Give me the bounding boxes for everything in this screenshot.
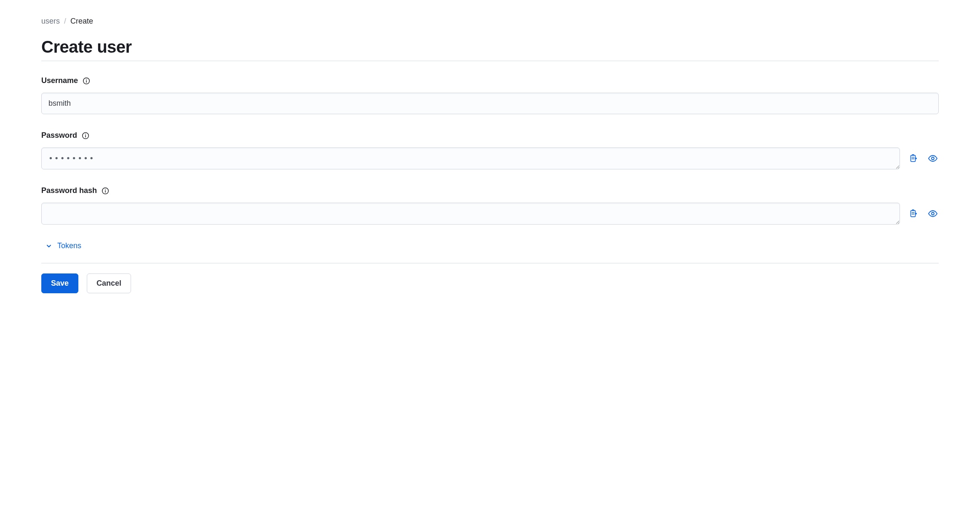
field-username: Username (41, 76, 939, 114)
info-icon[interactable] (101, 187, 110, 195)
breadcrumb-current: Create (70, 17, 93, 26)
eye-icon[interactable] (927, 153, 939, 164)
svg-point-12 (105, 189, 106, 190)
breadcrumb: users / Create (41, 17, 939, 26)
tokens-label: Tokens (57, 241, 81, 250)
password-input[interactable]: •••••••• (41, 147, 900, 169)
password-hash-input[interactable] (41, 203, 900, 225)
breadcrumb-link-users[interactable]: users (41, 17, 60, 26)
field-label-row: Username (41, 76, 939, 85)
field-password: Password •••••••• (41, 131, 939, 169)
field-label-row: Password hash (41, 186, 939, 195)
username-input[interactable] (41, 93, 939, 114)
copy-clipboard-icon[interactable] (908, 153, 919, 164)
page-title: Create user (41, 38, 939, 61)
svg-point-2 (86, 79, 87, 80)
cancel-button[interactable]: Cancel (87, 273, 131, 293)
svg-rect-6 (911, 155, 916, 162)
form-actions: Save Cancel (41, 273, 939, 293)
breadcrumb-separator: / (64, 17, 66, 26)
eye-icon[interactable] (927, 208, 939, 220)
svg-rect-13 (911, 211, 916, 217)
info-icon[interactable] (82, 77, 91, 85)
info-icon[interactable] (81, 131, 90, 140)
footer-divider (41, 263, 939, 263)
password-label: Password (41, 131, 77, 140)
title-divider (41, 61, 939, 61)
username-label: Username (41, 76, 78, 85)
svg-point-9 (932, 157, 934, 160)
svg-point-5 (85, 134, 86, 134)
save-button[interactable]: Save (41, 273, 78, 293)
copy-clipboard-icon[interactable] (908, 208, 919, 220)
chevron-down-icon (46, 243, 52, 249)
tokens-collapsible[interactable]: Tokens (46, 241, 939, 250)
svg-point-16 (932, 212, 934, 215)
field-password-hash: Password hash (41, 186, 939, 225)
password-hash-label: Password hash (41, 186, 97, 195)
field-label-row: Password (41, 131, 939, 140)
